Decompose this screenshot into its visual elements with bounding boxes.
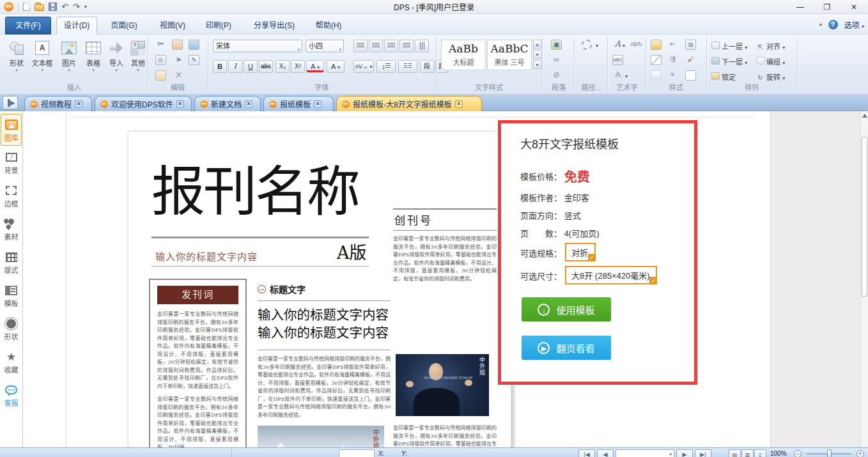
collapse-ribbon-icon[interactable]: ▾	[819, 22, 822, 27]
align-objects-button[interactable]: ⇱ 对齐 ▾	[756, 41, 785, 53]
strikethrough-button[interactable]: abc	[259, 60, 273, 73]
send-backward-button[interactable]: 下一层 ▾	[711, 56, 747, 66]
delete-icon[interactable]: ✕	[173, 70, 184, 81]
text-style-card-heiti[interactable]: AaBbC 黑体 三号	[487, 40, 532, 70]
sidebar-item-template[interactable]: 模板	[1, 280, 22, 312]
undo-icon[interactable]: ↶	[61, 3, 68, 12]
tab-close-icon[interactable]: ✕	[176, 100, 184, 108]
insert-textbox-button[interactable]: A 文本框▾	[29, 38, 55, 73]
template-preview-page[interactable]: 报刊名称 输入你的标题文字内容 A版 创刊号 金印客是一家专业数码与传统网络排版…	[128, 131, 511, 447]
zoom-slider-thumb[interactable]	[827, 449, 832, 457]
style-gallery-more-icon[interactable]: ▼	[533, 60, 541, 69]
wordart-dropdown-icon[interactable]: ▾	[623, 43, 625, 49]
text-wrap-icon[interactable]: ▣	[551, 40, 562, 50]
tab-view[interactable]: 视图(V)	[152, 19, 193, 35]
tab-share-export[interactable]: 分享导出(S)	[244, 19, 304, 35]
swatch-icon[interactable]	[685, 70, 696, 81]
wordart-abc-icon[interactable]: ABC	[612, 55, 623, 65]
copy-icon[interactable]: ⎘	[155, 55, 166, 65]
app-logo-icon[interactable]: DPS	[4, 2, 13, 12]
size-select[interactable]: 大8开 (285×420毫米) ✓	[565, 266, 657, 284]
use-template-button[interactable]: ↓ 使用模板	[522, 297, 611, 321]
highlight-color-button[interactable]: A ▾	[327, 60, 345, 73]
panel-expander-button[interactable]: ▐▶	[3, 96, 18, 109]
align-center-icon[interactable]	[369, 40, 383, 52]
doc-tab-new-document[interactable]: DPS 新建文档 ✕	[194, 96, 261, 111]
help-icon[interactable]: ?	[828, 20, 838, 29]
align-left-icon[interactable]	[353, 40, 368, 52]
link-frames-icon[interactable]: ∞	[551, 55, 562, 65]
scroll-up-icon[interactable]	[862, 114, 867, 118]
line-weight-icon[interactable]: ≡	[667, 70, 678, 81]
view-mode-fit-icon[interactable]: ▤	[729, 449, 741, 457]
style-scroll-up-icon[interactable]: ▲	[533, 40, 541, 49]
minimize-button[interactable]: —	[795, 3, 805, 12]
wordart-style-icon[interactable]: A	[612, 40, 623, 50]
align-right-icon[interactable]	[384, 40, 398, 52]
dotted-border-icon[interactable]	[651, 70, 662, 81]
new-document-icon[interactable]	[23, 3, 30, 11]
spec-select[interactable]: 对折 ✓	[565, 243, 596, 261]
close-button[interactable]: ✕	[849, 3, 859, 12]
page-select[interactable]	[616, 449, 674, 457]
insert-picture-button[interactable]: 图片▾	[56, 38, 82, 73]
insert-shape-button[interactable]: 形状▾	[4, 38, 29, 73]
sidebar-item-favorites[interactable]: ★ 收藏	[1, 346, 22, 378]
font-name-select[interactable]: 宋体▾	[213, 40, 302, 52]
sidebar-item-layout[interactable]: 版式	[1, 247, 22, 279]
restore-button[interactable]: ❐	[822, 3, 832, 12]
insert-other-button[interactable]: 其他▾	[125, 38, 151, 73]
sidebar-item-border[interactable]: 边框	[1, 180, 22, 212]
italic-button[interactable]: I	[228, 60, 242, 73]
sidebar-item-service[interactable]: ••• 客服	[1, 380, 22, 412]
paragraph-dialog-button[interactable]: 段	[420, 60, 434, 73]
save-icon[interactable]	[49, 3, 57, 11]
line-spacing-button[interactable]: ↕	[376, 60, 396, 73]
tab-close-icon[interactable]: ✕	[455, 100, 463, 108]
cut-icon[interactable]: ✂	[155, 40, 166, 50]
tab-print[interactable]: 印刷(P)	[198, 19, 239, 35]
lock-button[interactable]: 锁定	[711, 72, 736, 82]
wordart-shadow-dropdown-icon[interactable]: ▾	[625, 74, 628, 79]
view-mode-spread-icon[interactable]: ▥	[741, 449, 754, 457]
options-menu[interactable]: 选项 ▾	[844, 19, 864, 30]
tab-help[interactable]: 帮助(H)	[308, 19, 349, 35]
wordart-shadow-icon[interactable]: A	[612, 70, 623, 81]
indent-arrows-icon[interactable]: ⇤	[667, 40, 678, 50]
arrow-style-icon[interactable]: ⇶	[667, 55, 678, 65]
open-file-icon[interactable]	[35, 4, 44, 11]
node-edit-icon[interactable]: ✎	[189, 55, 199, 65]
align-justify-icon[interactable]	[399, 40, 414, 52]
tab-page[interactable]: 页面(G)	[104, 19, 144, 35]
bold-button[interactable]: B	[213, 60, 227, 73]
image-tool-icon[interactable]	[189, 40, 199, 50]
doc-tab-welcome[interactable]: DPS 欢迎使用DPS软件 ✕	[95, 96, 192, 111]
underline-button[interactable]: U	[244, 60, 258, 73]
doc-tab-video-tutorial[interactable]: DPS 视频教程 ✕	[24, 96, 92, 111]
vertical-scrollbar[interactable]	[860, 111, 868, 447]
format-painter-icon[interactable]: 🖌	[685, 55, 696, 65]
doc-tab-newspaper-template[interactable]: DPS 报纸模板 ✕	[263, 96, 334, 111]
previous-page-button[interactable]: ◀	[597, 449, 614, 457]
select-cursor-icon[interactable]: ➤	[173, 55, 184, 65]
doc-tab-big8-template-active[interactable]: DPS 报纸模板-大8开文字报纸模板 ✕	[336, 96, 482, 111]
zoom-out-icon[interactable]: −	[794, 450, 802, 457]
character-spacing-button[interactable]: AV↔ ▾	[353, 60, 374, 73]
qat-dropdown-icon[interactable]: ▾	[84, 4, 87, 10]
coordinate-input[interactable]	[339, 449, 375, 457]
font-color-button[interactable]: A ▾	[306, 60, 324, 73]
redo-icon[interactable]: ↷	[73, 3, 80, 12]
view-mode-single-icon[interactable]: ▯	[754, 449, 766, 457]
tab-close-icon[interactable]: ✕	[75, 100, 82, 108]
sidebar-item-shape[interactable]: 形状	[1, 313, 22, 345]
flip-preview-button[interactable]: ▶ 翻页看看	[522, 336, 611, 360]
line-style-icon[interactable]	[651, 55, 662, 65]
shape-combine-icon[interactable]: ⧉	[685, 40, 696, 50]
zoom-in-icon[interactable]: +	[856, 450, 864, 457]
font-size-select[interactable]: 小四▾	[306, 40, 344, 52]
sidebar-item-material[interactable]: 素材	[1, 213, 22, 245]
fill-bucket-icon[interactable]	[651, 40, 662, 50]
path-dropdown-icon[interactable]: ▾	[596, 43, 598, 49]
superscript-button[interactable]: X²	[291, 60, 305, 73]
pan-hand-icon[interactable]	[172, 40, 183, 50]
